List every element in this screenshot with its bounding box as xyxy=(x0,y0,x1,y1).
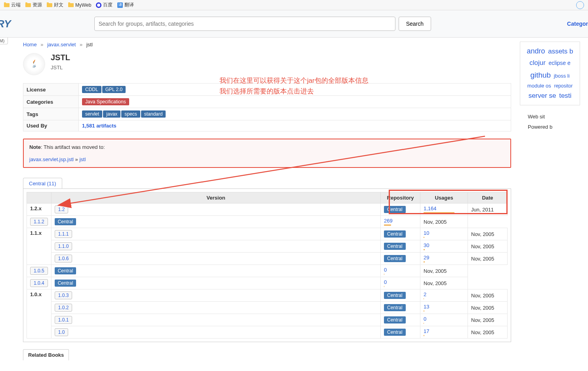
usages-link[interactable]: 1,164 xyxy=(424,205,437,211)
footer-powered: Powered b xyxy=(528,122,580,132)
search-button[interactable]: Search xyxy=(399,17,431,31)
version-link[interactable]: 1.0.4 xyxy=(30,279,48,287)
bookmark-label: MyWeb xyxy=(75,2,91,8)
bookmark-item[interactable]: MyWeb xyxy=(68,2,91,8)
table-row: 1.0.2Central13Nov, 2005 xyxy=(27,302,508,314)
repo-chip[interactable]: Central xyxy=(55,280,76,287)
bookmark-item[interactable]: 好文 xyxy=(47,2,63,8)
breadcrumb-sep: » xyxy=(40,42,43,48)
bookmark-item[interactable]: 百度 xyxy=(96,2,113,8)
tag-cloud-link[interactable]: github xyxy=(530,71,551,79)
usedby-link[interactable]: 1,581 artifacts xyxy=(82,123,116,129)
license-badge[interactable]: CDDL xyxy=(82,86,101,93)
version-link[interactable]: 1.1.1 xyxy=(55,230,73,238)
bookmark-label: 资源 xyxy=(32,2,42,8)
tag-badge[interactable]: javax xyxy=(103,110,120,118)
th-group xyxy=(27,192,52,204)
usages-link[interactable]: 13 xyxy=(424,304,429,310)
bookmark-item[interactable]: 译翻译 xyxy=(117,2,134,8)
usages-link[interactable]: 2 xyxy=(424,291,426,297)
version-link[interactable]: 1.1.0 xyxy=(55,242,73,250)
version-link[interactable]: 1.2 xyxy=(55,205,69,213)
repo-chip[interactable]: Central xyxy=(55,267,76,274)
tag-cloud-link[interactable]: eclipse e xyxy=(548,60,570,66)
repo-chip[interactable]: Central xyxy=(384,329,406,336)
tag-cloud-link[interactable]: testi xyxy=(559,92,571,99)
version-link[interactable]: 1.0 xyxy=(55,328,69,336)
version-cell: 1.1.0 xyxy=(51,240,380,253)
version-link[interactable]: 1.0.3 xyxy=(55,291,73,299)
version-link[interactable]: 1.0.1 xyxy=(55,316,73,324)
date-cell: Nov, 2005 xyxy=(468,302,508,314)
usage-bar xyxy=(424,310,424,312)
date-cell: Nov, 2005 xyxy=(468,240,508,253)
bookmark-item[interactable]: 资源 xyxy=(25,2,42,8)
repo-chip[interactable]: Central xyxy=(55,218,76,225)
tag-badge[interactable]: specs xyxy=(121,110,140,118)
category-badge[interactable]: Java Specifications xyxy=(82,98,129,105)
usages-link[interactable]: 269 xyxy=(384,218,393,224)
repo-cell: Central xyxy=(381,289,420,302)
tag-cloud-link[interactable]: repositor xyxy=(554,83,573,89)
repo-chip[interactable]: Central xyxy=(384,206,406,213)
search-input[interactable] xyxy=(94,17,395,31)
usedby-label: Used By xyxy=(23,120,79,131)
usages-link[interactable]: 30 xyxy=(424,242,429,248)
breadcrumb-home[interactable]: Home xyxy=(23,42,37,48)
profile-icon[interactable] xyxy=(576,1,584,9)
version-group: 1.0.x xyxy=(27,289,52,339)
tags-label: Tags xyxy=(23,108,79,120)
site-logo[interactable]: RY xyxy=(0,18,11,30)
repo-chip[interactable]: Central xyxy=(384,292,406,299)
usages-link[interactable]: 0 xyxy=(384,267,387,273)
version-cell: 1.1.2 xyxy=(27,216,52,228)
usages-cell: 1,164 xyxy=(420,204,468,216)
tag-cloud-link[interactable]: clojur xyxy=(529,59,546,67)
tab-central[interactable]: Central (11) xyxy=(23,178,62,189)
repo-cell: Central xyxy=(381,228,420,240)
moved-artifact-link[interactable]: jstl xyxy=(79,156,86,162)
tag-badge[interactable]: servlet xyxy=(82,110,102,118)
artifact-logo xyxy=(23,53,45,75)
repo-chip[interactable]: Central xyxy=(384,243,406,250)
folder-icon xyxy=(68,3,74,7)
usages-link[interactable]: 17 xyxy=(424,328,429,334)
left-stub: M) xyxy=(0,38,17,364)
repo-chip[interactable]: Central xyxy=(384,255,406,262)
breadcrumb-group[interactable]: javax.servlet xyxy=(47,42,76,48)
usages-link[interactable]: 29 xyxy=(424,255,429,261)
table-row: 1.0.6Central29Nov, 2005 xyxy=(27,253,508,265)
tag-cloud-link[interactable]: server se xyxy=(529,92,556,99)
repo-chip[interactable]: Central xyxy=(384,230,406,238)
table-row: 1.1.0Central30Nov, 2005 xyxy=(27,240,508,253)
translate-icon: 译 xyxy=(117,2,123,8)
tag-cloud-link[interactable]: andro xyxy=(527,47,545,55)
tag-cloud-link[interactable]: module os xyxy=(527,83,551,89)
repo-chip[interactable]: Central xyxy=(384,304,406,311)
bookmark-item[interactable]: 云端 xyxy=(4,2,21,8)
repo-cell: Central xyxy=(51,265,380,277)
usages-link[interactable]: 10 xyxy=(424,230,429,236)
usages-link[interactable]: 0 xyxy=(424,316,426,322)
license-label: License xyxy=(23,84,79,96)
category-link[interactable]: Categor xyxy=(567,21,588,27)
moved-group-link[interactable]: javax.servlet.jsp.jstl xyxy=(29,156,74,162)
usages-cell: 10 xyxy=(420,228,468,240)
tag-cloud-link[interactable]: assets b xyxy=(548,48,573,55)
related-books-header: Related Books xyxy=(23,349,69,360)
version-link[interactable]: 1.0.5 xyxy=(30,267,48,275)
version-link[interactable]: 1.1.2 xyxy=(30,218,48,226)
bookmark-label: 好文 xyxy=(54,2,63,8)
usages-link[interactable]: 0 xyxy=(384,279,387,285)
tag-cloud-link[interactable]: jboss li xyxy=(554,73,570,79)
categories-value: Java Specifications xyxy=(79,96,511,108)
repo-chip[interactable]: Central xyxy=(384,316,406,323)
tag-badge[interactable]: standard xyxy=(141,110,166,118)
usages-cell: 13 xyxy=(420,302,468,314)
version-link[interactable]: 1.0.6 xyxy=(55,255,73,263)
license-badge[interactable]: GPL 2.0 xyxy=(102,86,126,93)
table-row: 1.0Central17Nov, 2005 xyxy=(27,326,508,339)
th-version: Version xyxy=(51,192,380,204)
version-link[interactable]: 1.0.2 xyxy=(55,304,73,312)
date-cell: Nov, 2005 xyxy=(468,289,508,302)
